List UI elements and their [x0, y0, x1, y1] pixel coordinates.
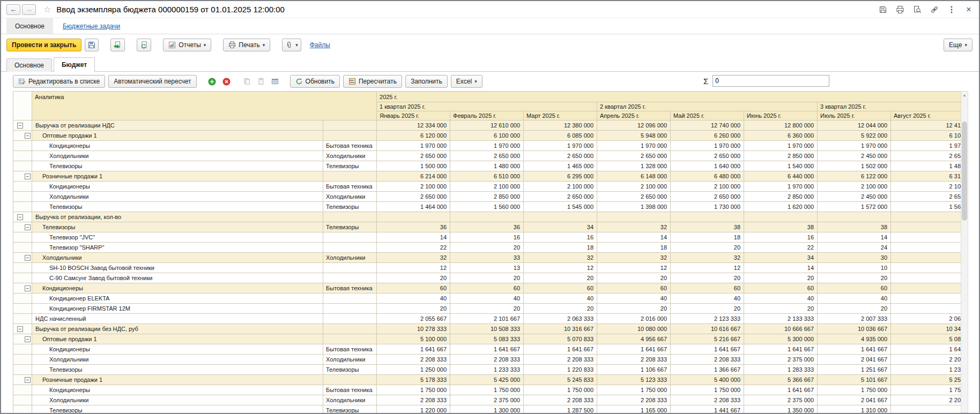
value-cell[interactable]: 1 465 000 — [524, 161, 597, 171]
value-cell[interactable]: 40 — [597, 293, 671, 304]
value-cell[interactable]: 2 650 000 — [597, 151, 671, 161]
value-cell[interactable]: 14 — [744, 263, 818, 273]
value-cell[interactable]: 2 101 667 — [450, 314, 524, 324]
analytics-name-cell[interactable]: SH-10 BOSCH Завод бытовой техники — [32, 263, 323, 273]
value-cell[interactable]: 2 65 — [891, 151, 961, 161]
value-cell[interactable]: 2 650 000 — [597, 192, 671, 202]
value-cell[interactable]: 1 970 000 — [671, 141, 744, 151]
value-cell[interactable]: 12 — [597, 263, 671, 273]
kebab-menu-icon[interactable] — [947, 5, 956, 14]
value-cell[interactable]: 32 — [597, 253, 671, 263]
value-cell[interactable]: 1 970 000 — [744, 141, 818, 151]
analytics-name-cell[interactable]: Холодильники — [32, 395, 323, 405]
more-button[interactable]: Еще ▾ — [944, 39, 972, 51]
analytics-attr-cell[interactable]: Бытовая техника — [323, 283, 377, 293]
value-cell[interactable]: 1 106 667 — [597, 365, 671, 375]
analytics-attr-cell[interactable] — [323, 334, 377, 344]
analytics-name-cell[interactable]: Телевизоры — [32, 365, 323, 375]
value-cell[interactable]: 12 41 — [891, 121, 961, 131]
value-cell[interactable]: 1 620 000 — [744, 202, 818, 212]
value-cell[interactable] — [671, 212, 744, 222]
analytics-name-cell[interactable]: Оптовые продажи 1 — [32, 334, 323, 344]
analytics-attr-cell[interactable] — [323, 131, 377, 141]
value-cell[interactable]: 12 096 000 — [597, 121, 671, 131]
value-cell[interactable] — [450, 212, 524, 222]
value-cell[interactable]: 2 850 000 — [744, 151, 818, 161]
vertical-scrollbar[interactable]: ▲ — [961, 91, 968, 413]
analytics-name-cell[interactable]: Кондиционеры — [32, 182, 323, 192]
value-cell[interactable]: 14 — [818, 232, 891, 243]
value-cell[interactable] — [891, 283, 961, 293]
analytics-name-cell[interactable]: Кондиционеры — [32, 283, 323, 293]
value-cell[interactable]: 2 06 — [891, 314, 961, 324]
expand-toggle[interactable]: − — [17, 326, 23, 332]
analytics-name-cell[interactable]: Телевизоры — [32, 202, 323, 212]
value-cell[interactable]: 24 — [818, 243, 891, 253]
value-cell[interactable]: 2 208 333 — [450, 355, 524, 365]
value-cell[interactable]: 33 — [450, 253, 524, 263]
value-cell[interactable]: 2 375 000 — [744, 355, 818, 365]
print-icon[interactable] — [895, 5, 905, 14]
post-button[interactable] — [110, 39, 125, 51]
value-cell[interactable]: 1 641 667 — [524, 344, 597, 355]
value-cell[interactable]: 60 — [744, 283, 818, 293]
value-cell[interactable]: 12 610 000 — [450, 121, 524, 131]
files-link[interactable]: Файлы — [310, 41, 330, 49]
value-cell[interactable]: 5 083 333 — [450, 334, 524, 344]
add-row-button[interactable] — [206, 75, 218, 88]
value-cell[interactable]: 1 250 000 — [377, 365, 450, 375]
copy-rows-button[interactable] — [242, 75, 253, 88]
close-icon[interactable]: × — [964, 5, 974, 14]
auto-recalc-button[interactable]: Автоматический пересчет — [108, 75, 196, 88]
analytics-name-cell[interactable]: Розничные продажи 1 — [32, 171, 323, 182]
search-icon[interactable] — [912, 5, 922, 14]
value-cell[interactable]: 1 23 — [891, 365, 961, 375]
tab-page-budget[interactable]: Бюджет — [54, 57, 95, 72]
value-cell[interactable]: 20 — [450, 273, 524, 283]
value-cell[interactable]: 18 — [524, 243, 597, 253]
value-cell[interactable]: 1 97 — [891, 141, 961, 151]
value-cell[interactable]: 2 650 000 — [671, 192, 744, 202]
value-cell[interactable]: 60 — [671, 283, 744, 293]
analytics-name-cell[interactable]: Телевизор "JVC" — [32, 232, 323, 243]
value-cell[interactable]: 12 334 000 — [377, 121, 450, 131]
analytics-attr-cell[interactable]: Холодильники — [323, 253, 377, 263]
analytics-name-cell[interactable]: Кондиционер FIRMSTAR 12M — [32, 304, 323, 314]
value-cell[interactable]: 1 641 667 — [744, 344, 818, 355]
value-cell[interactable] — [891, 263, 961, 273]
value-cell[interactable]: 1 480 000 — [450, 161, 524, 171]
expand-toggle[interactable]: − — [25, 377, 31, 383]
value-cell[interactable]: 1 545 000 — [524, 202, 597, 212]
value-cell[interactable]: 2 650 000 — [377, 192, 450, 202]
value-cell[interactable]: 5 101 667 — [818, 375, 891, 385]
value-cell[interactable]: 32 — [524, 253, 597, 263]
value-cell[interactable]: 10 666 667 — [744, 324, 818, 334]
value-cell[interactable]: 14 — [377, 232, 450, 243]
value-cell[interactable]: 1 970 000 — [744, 182, 818, 192]
analytics-name-cell[interactable]: НДС начисленный — [32, 314, 323, 324]
scroll-up-button[interactable]: ▲ — [961, 92, 968, 99]
analytics-attr-cell[interactable]: Бытовая техника — [323, 141, 377, 151]
analytics-attr-cell[interactable]: Бытовая техника — [323, 182, 377, 192]
fill-button[interactable]: Заполнить — [405, 75, 448, 88]
value-cell[interactable]: 10 036 667 — [818, 324, 891, 334]
analytics-attr-cell[interactable]: Холодильники — [323, 192, 377, 202]
value-cell[interactable]: 1 750 000 — [377, 385, 450, 395]
value-cell[interactable]: 2 10 — [891, 182, 961, 192]
value-cell[interactable]: 2 100 000 — [597, 182, 671, 192]
value-cell[interactable]: 20 — [450, 304, 524, 314]
value-cell[interactable]: 5 400 000 — [671, 375, 744, 385]
value-cell[interactable]: 5 123 333 — [597, 375, 671, 385]
value-cell[interactable]: 5 948 000 — [597, 131, 671, 141]
value-cell[interactable]: 1 64 — [891, 344, 961, 355]
table-settings-button[interactable] — [270, 75, 280, 88]
value-cell[interactable]: 20 — [450, 243, 524, 253]
value-cell[interactable] — [891, 253, 961, 263]
value-cell[interactable] — [524, 212, 597, 222]
value-cell[interactable]: 5 300 000 — [744, 334, 818, 344]
value-cell[interactable] — [891, 405, 961, 413]
value-cell[interactable]: 2 133 333 — [744, 314, 818, 324]
value-cell[interactable]: 2 208 333 — [671, 355, 744, 365]
value-cell[interactable]: 2 208 333 — [671, 395, 744, 405]
value-cell[interactable] — [818, 212, 891, 222]
